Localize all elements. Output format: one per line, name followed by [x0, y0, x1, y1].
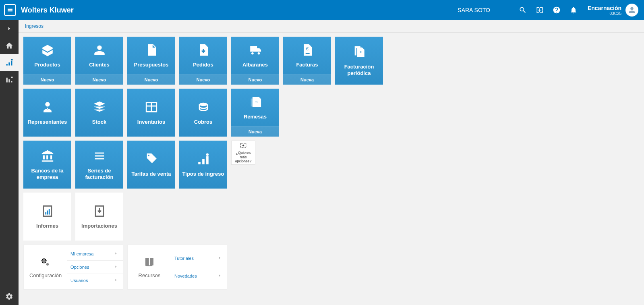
tile-label: Importaciones — [80, 223, 119, 229]
tag-icon — [145, 152, 158, 171]
panel-link-label: Usuarios — [70, 278, 88, 283]
tile-productos[interactable]: ProductosNuevo — [23, 37, 71, 85]
chevron-right-icon — [218, 256, 222, 261]
tile-cobros[interactable]: Cobros — [179, 89, 227, 137]
tile-label: Informes — [35, 223, 60, 229]
doc-arrow-icon — [145, 43, 158, 62]
user-menu[interactable]: Encarnación 03C25 — [582, 4, 644, 17]
panel-title: Recursos — [139, 272, 161, 278]
add-module-icon[interactable] — [531, 0, 548, 20]
tile-clientes-new-button[interactable]: Nuevo — [75, 75, 123, 85]
tile-pedidos-new-button[interactable]: Nuevo — [179, 75, 227, 85]
tile-label: Tarifas de venta — [130, 171, 172, 177]
panel-title: Configuración — [29, 272, 62, 278]
tile-more-options[interactable]: ¿Quieres más opciones? — [231, 141, 255, 165]
panel-link-usuarios[interactable]: Usuarios — [67, 274, 123, 287]
panel-link-opciones[interactable]: Opciones — [67, 261, 123, 274]
panel-link-novedades[interactable]: Novedades — [171, 270, 227, 282]
tile-pedidos[interactable]: PedidosNuevo — [179, 37, 227, 85]
sidebar-item-gastos[interactable] — [0, 71, 19, 88]
doc-in-icon — [197, 43, 210, 62]
tile-clientes[interactable]: ClientesNuevo — [75, 37, 123, 85]
panel-configuraci-n: Configuración Mi empresa Opciones Usuari… — [23, 245, 123, 290]
tile-label: Presupuestos — [133, 62, 170, 68]
sidebar-item-ingresos[interactable] — [0, 54, 19, 71]
gears-icon — [39, 256, 52, 272]
panel-link-tutoriales[interactable]: Tutoriales — [171, 252, 227, 265]
panel-recursos: Recursos Tutoriales Novedades — [127, 245, 227, 290]
search-icon[interactable] — [514, 0, 531, 20]
tile-label: Clientes — [87, 62, 111, 68]
help-icon[interactable] — [548, 0, 565, 20]
tile-label: Series de facturación — [75, 168, 123, 180]
tile-label: Pedidos — [191, 62, 215, 68]
add-icon — [239, 142, 248, 151]
tile-albaranes[interactable]: AlbaranesNuevo — [231, 37, 279, 85]
list-icon — [93, 149, 106, 168]
brand-name: Wolters Kluwer — [21, 6, 74, 15]
tile-remesas-new-button[interactable]: Nueva — [231, 127, 279, 137]
svg-point-3 — [11, 77, 13, 78]
chevron-right-icon — [218, 274, 222, 278]
company-name[interactable]: SARA SOTO — [458, 7, 490, 13]
sidebar-expand[interactable] — [0, 20, 19, 37]
sidebar — [0, 20, 19, 305]
notifications-icon[interactable] — [565, 0, 582, 20]
panel-link-mi-empresa[interactable]: Mi empresa — [67, 247, 123, 261]
tile-presupuestos[interactable]: PresupuestosNuevo — [127, 37, 175, 85]
import-icon — [93, 204, 106, 223]
tile-importaciones[interactable]: Importaciones — [75, 193, 123, 241]
tile-series-de-facturaci-n[interactable]: Series de facturación — [75, 141, 123, 189]
tile-label: ¿Quieres más opciones? — [232, 151, 255, 164]
tile-facturas[interactable]: FacturasNueva — [283, 37, 331, 85]
main-content: Ingresos ProductosNuevoClientesNuevoPres… — [19, 20, 644, 305]
tile-presupuestos-new-button[interactable]: Nuevo — [127, 75, 175, 85]
breadcrumb[interactable]: Ingresos — [19, 20, 644, 33]
user-name: Encarnación — [588, 5, 621, 11]
tile-productos-new-button[interactable]: Nuevo — [23, 75, 71, 85]
tile-remesas[interactable]: RemesasNueva — [231, 89, 279, 137]
svg-rect-0 — [8, 9, 12, 10]
coins-icon — [197, 100, 210, 119]
sidebar-item-home[interactable] — [0, 37, 19, 54]
tile-label: Stock — [91, 119, 108, 125]
tile-label: Inventarios — [136, 119, 167, 125]
invoice-multi-icon — [352, 45, 366, 64]
rep-icon — [41, 100, 54, 119]
tile-representantes[interactable]: Representantes — [23, 89, 71, 137]
svg-rect-1 — [8, 10, 12, 12]
tile-label: Facturación periódica — [335, 64, 383, 76]
tile-facturaci-n-peri-dica[interactable]: Facturación periódica — [335, 37, 383, 85]
tile-label: Tipos de ingreso — [181, 171, 226, 177]
tile-label: Representantes — [26, 119, 69, 125]
stack-icon — [93, 100, 106, 119]
tile-tarifas-de-venta[interactable]: Tarifas de venta — [127, 141, 175, 189]
tile-albaranes-new-button[interactable]: Nuevo — [231, 75, 279, 85]
tile-facturas-new-button[interactable]: Nueva — [283, 75, 331, 85]
panel-link-label: Novedades — [174, 274, 197, 278]
panel-link-label: Tutoriales — [174, 256, 194, 261]
panel-link-label: Opciones — [70, 265, 89, 270]
tile-label: Remesas — [242, 114, 268, 120]
svg-point-2 — [11, 59, 13, 60]
brand-logo-icon — [4, 4, 16, 16]
tile-bancos-de-la-empresa[interactable]: Bancos de la empresa — [23, 141, 71, 189]
user-code: 03C25 — [588, 11, 621, 16]
chevron-right-icon — [114, 265, 118, 270]
tile-inventarios[interactable]: Inventarios — [127, 89, 175, 137]
tile-label: Albaranes — [241, 62, 269, 68]
sidebar-item-settings[interactable] — [0, 288, 19, 305]
report-icon — [41, 204, 54, 223]
tile-label: Cobros — [193, 119, 214, 125]
tile-tipos-de-ingreso[interactable]: Tipos de ingreso — [179, 141, 227, 189]
panel-link-label: Mi empresa — [70, 251, 93, 256]
inventory-icon — [145, 100, 158, 119]
chevron-right-icon — [114, 278, 118, 283]
tile-stock[interactable]: Stock — [75, 89, 123, 137]
box-icon — [41, 43, 54, 62]
bank-icon — [41, 149, 54, 168]
remit-icon — [248, 95, 262, 114]
tile-label: Bancos de la empresa — [23, 168, 71, 180]
book-icon — [143, 256, 155, 272]
tile-informes[interactable]: Informes — [23, 193, 71, 241]
